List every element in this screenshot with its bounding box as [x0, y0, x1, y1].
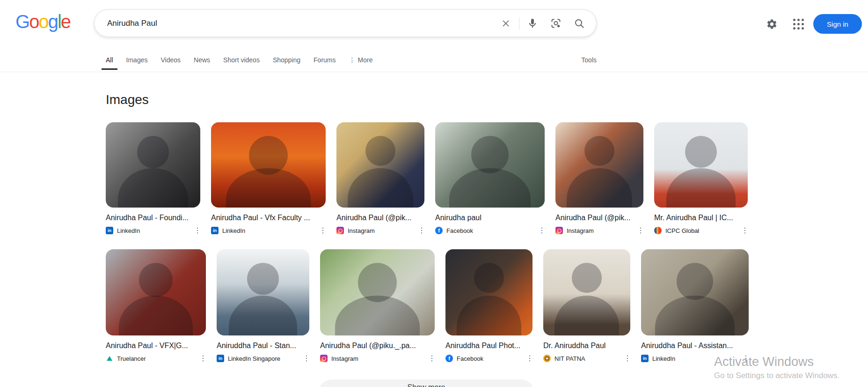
tab-shopping[interactable]: Shopping — [273, 56, 300, 70]
more-options-icon[interactable]: ⋮ — [194, 227, 200, 234]
result-source[interactable]: NIT PATNA — [554, 355, 585, 362]
result-title[interactable]: Mr. Anirudha Paul | IC... — [654, 214, 748, 222]
result-title[interactable]: Aniruddha Paul Phot... — [445, 342, 532, 350]
clear-search-icon[interactable] — [500, 18, 511, 29]
result-photo[interactable] — [106, 122, 200, 208]
voice-search-icon[interactable] — [527, 18, 538, 29]
result-title[interactable]: Aniruddha Paul - Assistan... — [641, 342, 749, 350]
tab-videos[interactable]: Videos — [160, 56, 181, 70]
more-options-icon[interactable]: ⋮ — [428, 355, 435, 362]
search-input[interactable]: Anirudha Paul — [107, 10, 157, 37]
image-result-card[interactable]: Anirudha paul Facebook ⋮ — [435, 122, 545, 235]
image-result-card[interactable]: Anirudha Paul - Vfx Faculty ... LinkedIn… — [211, 122, 326, 235]
result-source[interactable]: Facebook — [457, 355, 483, 362]
sign-in-button[interactable]: Sign in — [813, 14, 862, 34]
result-title[interactable]: Anirudha Paul - VFX|G... — [106, 342, 206, 350]
logo-letter: G — [15, 11, 29, 32]
search-result-tabs: All Images Videos News Short videos Shop… — [106, 56, 597, 72]
result-title[interactable]: Anirudha Paul (@pik... — [555, 214, 643, 222]
image-result-card[interactable]: Anirudha Paul (@pik... Instagram ⋮ — [555, 122, 643, 235]
image-result-card[interactable]: Anirudha Paul - VFX|G... Truelancer ⋮ — [106, 249, 206, 363]
google-apps-icon[interactable] — [793, 19, 804, 30]
nit-patna-icon — [543, 355, 551, 362]
more-options-icon[interactable]: ⋮ — [624, 355, 630, 362]
image-result-card[interactable]: Aniruddha Paul - Stan... LinkedIn Singap… — [217, 249, 309, 363]
result-photo[interactable] — [555, 122, 643, 208]
image-result-card[interactable]: Mr. Anirudha Paul | IC... ICPC Global ⋮ — [654, 122, 748, 235]
tab-news[interactable]: News — [194, 56, 210, 70]
result-title[interactable]: Dr. Aniruddha Paul — [543, 342, 630, 350]
more-options-icon[interactable]: ⋮ — [319, 227, 326, 234]
result-source[interactable]: Truelancer — [117, 355, 146, 362]
header-divider — [0, 72, 868, 72]
linkedin-icon — [217, 355, 224, 362]
result-photo[interactable] — [320, 249, 435, 335]
google-logo[interactable]: Google — [15, 11, 70, 32]
result-photo[interactable] — [336, 122, 424, 208]
tab-images[interactable]: Images — [126, 56, 148, 70]
result-photo[interactable] — [641, 249, 749, 335]
tab-forums[interactable]: Forums — [314, 56, 336, 70]
result-source[interactable]: LinkedIn Singapore — [228, 355, 280, 362]
show-more-button[interactable]: Show more — [318, 380, 534, 387]
result-source[interactable]: LinkedIn — [117, 227, 140, 234]
result-source[interactable]: Instagram — [567, 227, 594, 234]
image-result-card[interactable]: Anirudha Paul - Foundi... LinkedIn ⋮ — [106, 122, 200, 235]
logo-letter: o — [29, 11, 38, 32]
linkedin-icon — [641, 355, 649, 362]
linkedin-icon — [211, 227, 219, 234]
result-photo[interactable] — [435, 122, 545, 208]
image-result-card[interactable]: Anirudha Paul (@piku._.pa... Instagram ⋮ — [320, 249, 435, 363]
result-photo[interactable] — [217, 249, 309, 335]
more-options-icon[interactable]: ⋮ — [418, 227, 424, 234]
image-result-card[interactable]: Dr. Aniruddha Paul NIT PATNA ⋮ — [543, 249, 630, 363]
linkedin-icon — [106, 227, 113, 234]
logo-letter: g — [48, 11, 58, 32]
icpc-global-icon — [654, 227, 662, 234]
more-options-icon[interactable]: ⋮ — [303, 355, 309, 362]
result-title[interactable]: Anirudha Paul (@piku._.pa... — [320, 342, 435, 350]
tab-short-videos[interactable]: Short videos — [223, 56, 260, 70]
result-source[interactable]: LinkedIn — [652, 355, 675, 362]
result-source[interactable]: ICPC Global — [665, 227, 699, 234]
more-options-icon[interactable]: ⋮ — [637, 227, 643, 234]
result-source[interactable]: LinkedIn — [222, 227, 245, 234]
tab-more[interactable]: ⋮ More — [349, 56, 373, 70]
more-options-icon[interactable]: ⋮ — [742, 355, 749, 362]
tab-all[interactable]: All — [106, 56, 113, 70]
more-options-icon[interactable]: ⋮ — [526, 355, 532, 362]
more-options-icon[interactable]: ⋮ — [741, 227, 748, 234]
result-photo[interactable] — [654, 122, 748, 208]
search-bar[interactable]: Anirudha Paul — [94, 9, 597, 37]
more-options-icon[interactable]: ⋮ — [538, 227, 545, 234]
image-results-row-1: Anirudha Paul - Foundi... LinkedIn ⋮ Ani… — [106, 122, 748, 235]
instagram-icon — [320, 355, 328, 362]
result-source[interactable]: Facebook — [446, 227, 473, 234]
activate-windows-subtext: Go to Settings to activate Windows. — [714, 371, 839, 380]
more-vert-icon: ⋮ — [349, 56, 356, 64]
logo-letter: o — [38, 11, 48, 32]
result-title[interactable]: Anirudha Paul (@pik... — [336, 214, 424, 222]
result-photo[interactable] — [211, 122, 326, 208]
result-source[interactable]: Instagram — [331, 355, 358, 362]
settings-gear-icon[interactable] — [766, 18, 778, 30]
search-icon[interactable] — [574, 18, 585, 29]
tools-button[interactable]: Tools — [581, 56, 597, 70]
truelancer-icon — [106, 355, 113, 362]
result-photo[interactable] — [543, 249, 630, 335]
divider — [519, 17, 519, 30]
facebook-icon — [445, 355, 453, 362]
result-photo[interactable] — [106, 249, 206, 335]
instagram-icon — [336, 227, 344, 234]
result-title[interactable]: Anirudha paul — [435, 214, 545, 222]
result-title[interactable]: Anirudha Paul - Foundi... — [106, 214, 200, 222]
image-result-card[interactable]: Anirudha Paul (@pik... Instagram ⋮ — [336, 122, 424, 235]
result-photo[interactable] — [445, 249, 532, 335]
result-title[interactable]: Anirudha Paul - Vfx Faculty ... — [211, 214, 326, 222]
image-result-card[interactable]: Aniruddha Paul - Assistan... LinkedIn ⋮ — [641, 249, 749, 363]
more-options-icon[interactable]: ⋮ — [199, 355, 206, 362]
image-result-card[interactable]: Aniruddha Paul Phot... Facebook ⋮ — [445, 249, 532, 363]
result-source[interactable]: Instagram — [348, 227, 375, 234]
google-lens-icon[interactable] — [550, 18, 562, 29]
result-title[interactable]: Aniruddha Paul - Stan... — [217, 342, 309, 350]
